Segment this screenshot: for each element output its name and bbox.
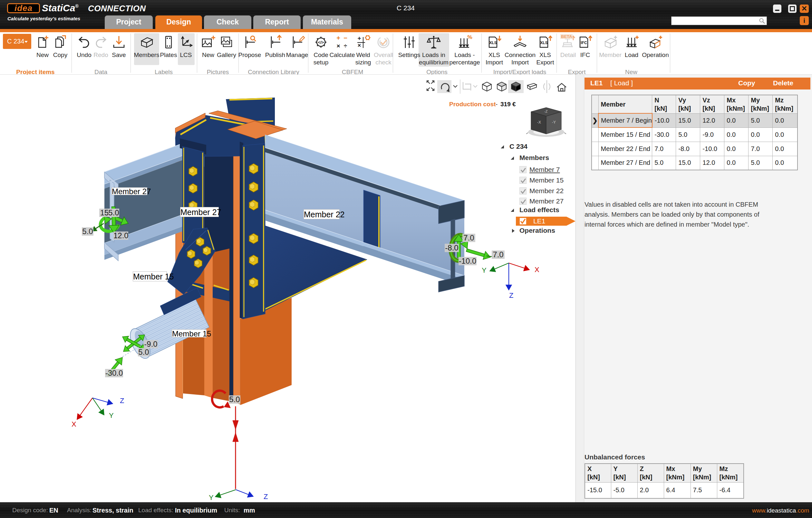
svg-text:÷: ÷ — [344, 42, 347, 49]
svg-text:−: − — [344, 34, 347, 41]
svg-text:Z: Z — [120, 397, 124, 405]
svg-text:</>: </> — [318, 40, 324, 45]
svg-text:X: X — [71, 420, 76, 428]
svg-text:×: × — [358, 42, 361, 49]
svg-text:Z: Z — [264, 493, 268, 500]
svg-text:-Z: -Z — [544, 110, 548, 113]
svg-text:Z: Z — [509, 292, 513, 299]
svg-text:Y: Y — [209, 493, 214, 501]
svg-text:XLS: XLS — [540, 40, 547, 45]
svg-text:XLS: XLS — [489, 40, 497, 45]
svg-text:+: + — [337, 34, 340, 41]
svg-text:IFC: IFC — [581, 40, 587, 45]
svg-text:Y: Y — [109, 412, 114, 420]
svg-text:Y: Y — [482, 266, 487, 274]
svg-text:+: + — [357, 35, 361, 41]
svg-text:×: × — [337, 42, 340, 49]
svg-text:-Y: -Y — [552, 120, 556, 125]
svg-text:-X: -X — [537, 120, 541, 125]
svg-text:X: X — [534, 266, 540, 274]
svg-text:%: % — [467, 34, 472, 40]
